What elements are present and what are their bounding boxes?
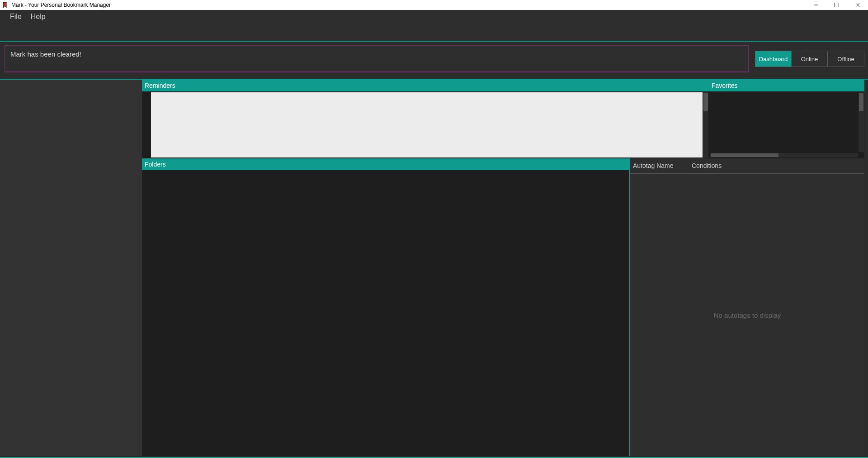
folders-header: Folders	[142, 158, 629, 170]
autotag-col-conditions[interactable]: Conditions	[689, 158, 864, 174]
folders-body[interactable]	[142, 170, 629, 456]
reminders-content[interactable]	[151, 92, 703, 157]
autotag-col-name[interactable]: Autotag Name	[630, 158, 689, 174]
left-sidebar	[0, 80, 142, 456]
autotags-empty-message: No autotags to display	[630, 174, 864, 456]
favorites-header: Favorites	[709, 80, 864, 91]
maximize-button[interactable]	[826, 0, 847, 10]
main-area: Reminders Favorites Folders Autotag Name…	[0, 79, 868, 456]
reminders-panel: Reminders	[142, 80, 709, 158]
notification-banner: Mark has been cleared!	[5, 45, 749, 72]
notification-text: Mark has been cleared!	[10, 50, 81, 58]
menu-file[interactable]: File	[5, 11, 26, 23]
menu-help[interactable]: Help	[26, 11, 50, 23]
autotags-panel: Autotag Name Conditions No autotags to d…	[629, 158, 864, 456]
window-titlebar: Mark - Your Personal Bookmark Manager	[0, 0, 868, 10]
notification-row: Mark has been cleared! Dashboard Online …	[0, 45, 868, 72]
app-icon	[2, 2, 9, 8]
favorites-scrollbar-v[interactable]	[859, 92, 864, 152]
tab-offline[interactable]: Offline	[828, 51, 864, 67]
svg-rect-1	[835, 3, 839, 7]
favorites-body	[709, 91, 864, 158]
tab-online[interactable]: Online	[792, 51, 828, 67]
minimize-button[interactable]	[806, 0, 826, 10]
menu-bar: File Help	[0, 10, 868, 24]
close-button[interactable]	[847, 0, 868, 10]
tab-dashboard[interactable]: Dashboard	[755, 51, 792, 67]
reminders-scrollbar-v[interactable]	[703, 92, 708, 158]
toolbar-strip	[0, 24, 868, 42]
reminders-header: Reminders	[142, 80, 709, 91]
folders-panel: Folders	[142, 158, 629, 456]
autotags-header-row: Autotag Name Conditions	[630, 158, 864, 174]
favorites-scrollbar-h[interactable]	[710, 153, 858, 157]
view-tab-group: Dashboard Online Offline	[755, 51, 864, 67]
reminders-body	[142, 91, 709, 158]
window-title: Mark - Your Personal Bookmark Manager	[11, 2, 111, 8]
favorites-panel: Favorites	[709, 80, 864, 158]
